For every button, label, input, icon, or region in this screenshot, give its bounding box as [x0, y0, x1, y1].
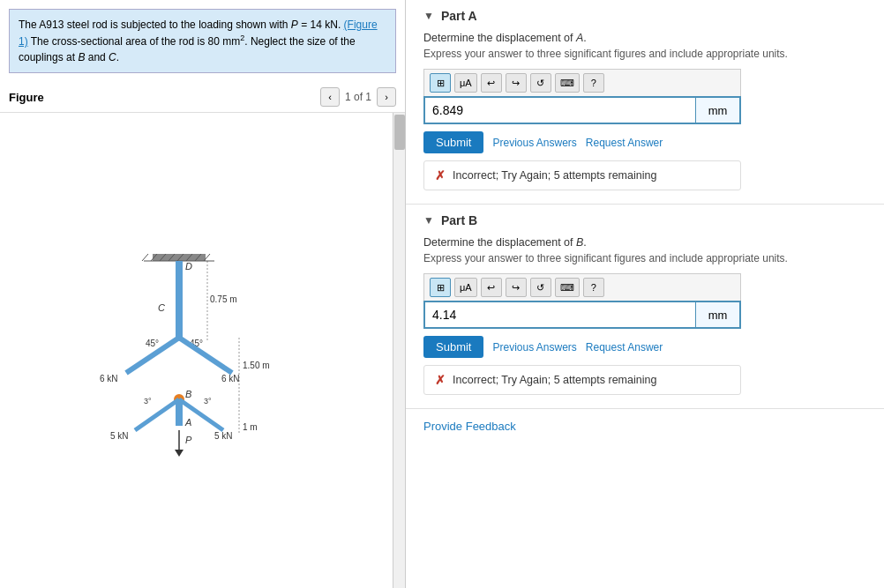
part-a-header: ▼ Part A — [423, 9, 866, 23]
next-figure-btn[interactable]: › — [377, 87, 396, 107]
redo-btn-b[interactable]: ↪ — [506, 278, 527, 297]
part-a-unit: mm — [695, 98, 739, 123]
prev-figure-btn[interactable]: ‹ — [320, 87, 340, 107]
svg-text:A: A — [184, 417, 191, 428]
figure-title: Figure — [9, 91, 44, 104]
svg-text:B: B — [185, 389, 191, 399]
part-a-collapse[interactable]: ▼ — [423, 10, 434, 22]
left-panel: The A913 steel rod is subjected to the l… — [0, 0, 406, 588]
part-b-prev-answers[interactable]: Previous Answers — [492, 341, 576, 354]
refresh-btn-b[interactable]: ↺ — [530, 278, 551, 297]
svg-text:P: P — [185, 435, 192, 445]
part-b-error-box: ✗ Incorrect; Try Again; 5 attempts remai… — [423, 365, 741, 395]
part-b-unit: mm — [695, 302, 739, 327]
figure-content: D C 0.75 m 45° 45° — [0, 113, 405, 588]
figure-header: Figure ‹ 1 of 1 › — [0, 82, 405, 113]
problem-statement: The A913 steel rod is subjected to the l… — [9, 9, 396, 73]
mu-btn-b[interactable]: μA — [454, 278, 477, 297]
refresh-btn-a[interactable]: ↺ — [530, 73, 551, 93]
svg-line-2 — [142, 254, 148, 261]
part-b-toolbar: ⊞ μA ↩ ↪ ↺ ⌨ ? — [423, 273, 741, 301]
part-b-error-icon: ✗ — [435, 373, 446, 387]
grid-btn-b[interactable]: ⊞ — [430, 278, 451, 297]
keyboard-btn-b[interactable]: ⌨ — [555, 278, 580, 297]
mu-btn-a[interactable]: μA — [454, 73, 477, 93]
figure-link[interactable]: (Figure 1) — [19, 19, 378, 48]
figure-page: 1 of 1 — [345, 91, 371, 103]
part-a-input[interactable] — [425, 98, 695, 123]
part-a-prev-answers[interactable]: Previous Answers — [492, 137, 576, 149]
svg-text:6 kN: 6 kN — [100, 374, 118, 383]
part-a-submit-row: Submit Previous Answers Request Answer — [423, 131, 866, 153]
part-a-input-row: mm — [423, 96, 741, 124]
svg-rect-11 — [176, 261, 183, 340]
part-a-toolbar: ⊞ μA ↩ ↪ ↺ ⌨ ? — [423, 69, 741, 96]
svg-text:45°: 45° — [146, 339, 159, 348]
part-b-input-row: mm — [423, 301, 741, 329]
svg-text:0.75 m: 0.75 m — [210, 294, 237, 304]
svg-line-18 — [179, 338, 232, 373]
part-b-express-note: Express your answer to three significant… — [423, 252, 866, 264]
keyboard-btn-a[interactable]: ⌨ — [555, 73, 580, 93]
undo-btn-a[interactable]: ↩ — [481, 73, 502, 93]
part-a-section: ▼ Part A Determine the displacement of A… — [406, 0, 884, 205]
part-b-error-msg: Incorrect; Try Again; 5 attempts remaini… — [453, 374, 656, 386]
part-b-header: ▼ Part B — [423, 213, 866, 227]
figure-scrollbar[interactable] — [393, 113, 405, 588]
part-a-instructions: Determine the displacement of A. — [423, 32, 866, 44]
svg-text:D: D — [185, 261, 192, 272]
part-b-submit-btn[interactable]: Submit — [423, 336, 483, 358]
svg-marker-37 — [175, 450, 184, 457]
part-b-request-answer[interactable]: Request Answer — [586, 341, 663, 354]
grid-btn-a[interactable]: ⊞ — [430, 73, 451, 93]
svg-text:3°: 3° — [144, 397, 152, 406]
figure-diagram: D C 0.75 m 45° 45° — [73, 245, 320, 457]
part-a-error-icon: ✗ — [435, 168, 446, 182]
part-a-error-msg: Incorrect; Try Again; 5 attempts remaini… — [453, 169, 656, 182]
svg-text:1.50 m: 1.50 m — [243, 361, 270, 370]
provide-feedback-link[interactable]: Provide Feedback — [406, 409, 884, 443]
figure-area: Figure ‹ 1 of 1 › — [0, 82, 405, 588]
right-panel: ▼ Part A Determine the displacement of A… — [406, 0, 884, 588]
part-a-submit-btn[interactable]: Submit — [423, 131, 483, 153]
problem-text: The A913 steel rod is subjected to the l… — [19, 19, 378, 63]
part-b-submit-row: Submit Previous Answers Request Answer — [423, 336, 866, 358]
part-b-instructions: Determine the displacement of B. — [423, 236, 866, 249]
part-b-input[interactable] — [425, 302, 695, 327]
scroll-thumb — [394, 115, 405, 150]
svg-line-26 — [135, 399, 179, 430]
part-a-request-answer[interactable]: Request Answer — [586, 137, 663, 149]
svg-text:1 m: 1 m — [243, 422, 258, 432]
part-a-label: Part A — [441, 9, 477, 23]
svg-text:3°: 3° — [204, 397, 212, 406]
figure-nav: ‹ 1 of 1 › — [320, 87, 396, 107]
svg-text:C: C — [158, 302, 165, 313]
part-b-collapse[interactable]: ▼ — [423, 214, 434, 227]
undo-btn-b[interactable]: ↩ — [481, 278, 502, 297]
redo-btn-a[interactable]: ↪ — [506, 73, 527, 93]
svg-text:6 kN: 6 kN — [221, 374, 240, 383]
part-a-error-box: ✗ Incorrect; Try Again; 5 attempts remai… — [423, 160, 741, 190]
figure-svg-container: D C 0.75 m 45° 45° — [0, 113, 393, 588]
svg-text:5 kN: 5 kN — [110, 431, 129, 441]
help-btn-b[interactable]: ? — [583, 278, 604, 297]
svg-text:5 kN: 5 kN — [214, 431, 233, 441]
help-btn-a[interactable]: ? — [583, 73, 604, 93]
part-b-label: Part B — [441, 213, 477, 227]
part-a-express-note: Express your answer to three significant… — [423, 48, 866, 60]
part-b-section: ▼ Part B Determine the displacement of B… — [406, 205, 884, 409]
